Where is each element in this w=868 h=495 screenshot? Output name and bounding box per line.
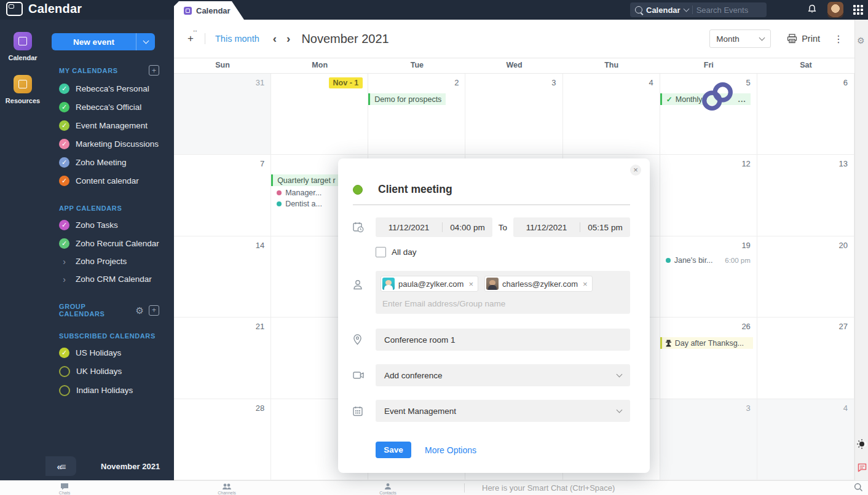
date-number[interactable]: 3 bbox=[746, 403, 751, 413]
attendees-input-box[interactable]: paula@zylker.com × charless@zylker.com ×… bbox=[376, 271, 630, 314]
calendar-cell[interactable]: 26Day after Thanksg... bbox=[660, 318, 757, 399]
end-time-field[interactable]: 05:15 pm bbox=[580, 223, 630, 232]
sidebar-item-indian-holidays[interactable]: Indian Holidays bbox=[52, 381, 174, 400]
settings-gear-icon[interactable]: ⚙ bbox=[857, 36, 865, 45]
smart-chat-input[interactable]: Here is your Smart Chat (Ctrl+Space) bbox=[482, 483, 615, 493]
date-number[interactable]: 2 bbox=[454, 78, 459, 87]
date-number[interactable]: 3 bbox=[551, 78, 556, 87]
holiday-event-block[interactable]: Day after Thanksg... bbox=[660, 337, 753, 349]
date-number[interactable]: 31 bbox=[256, 78, 264, 87]
date-number[interactable]: 4 bbox=[649, 78, 653, 87]
date-number[interactable]: 28 bbox=[256, 403, 264, 413]
calendar-cell[interactable]: 14 bbox=[174, 236, 271, 318]
date-number[interactable]: 7 bbox=[260, 159, 264, 168]
calendar-cell[interactable]: 31 bbox=[174, 74, 271, 155]
more-events-indicator[interactable]: ... bbox=[738, 95, 746, 104]
calendar-checkbox[interactable]: ✓ bbox=[59, 139, 69, 149]
sidebar-item-zoho-tasks[interactable]: ✓Zoho Tasks bbox=[52, 216, 174, 234]
sidebar-item-zoho-meeting[interactable]: ✓Zoho Meeting bbox=[52, 153, 174, 171]
sidebar-item-rebecca-s-personal[interactable]: ✓Rebecca's Personal bbox=[52, 79, 174, 98]
date-number[interactable]: 13 bbox=[839, 159, 848, 168]
sidebar-item-rebecca-s-official[interactable]: ✓Rebecca's Official bbox=[52, 98, 174, 116]
calendar-cell[interactable]: 4 bbox=[563, 74, 660, 155]
add-calendar-icon[interactable]: + bbox=[149, 65, 159, 76]
more-options-link[interactable]: More Options bbox=[425, 445, 476, 455]
close-icon[interactable]: × bbox=[630, 165, 641, 176]
theme-toggle-icon[interactable] bbox=[857, 439, 867, 451]
event-block[interactable]: Demo for prospects bbox=[368, 93, 446, 105]
more-actions-kebab[interactable]: ⋮ bbox=[834, 33, 843, 45]
event-title[interactable]: Client meeting bbox=[378, 183, 452, 196]
calendar-checkbox[interactable]: ✓ bbox=[59, 238, 69, 249]
contacts-button[interactable]: Contacts bbox=[381, 483, 395, 495]
date-number[interactable]: 27 bbox=[839, 322, 848, 331]
sidebar-item-marketing-discussions[interactable]: ✓Marketing Discussions bbox=[52, 134, 174, 153]
event-block[interactable]: Quarterly target r bbox=[271, 174, 339, 186]
date-number[interactable]: 12 bbox=[741, 159, 750, 168]
rail-item-calendar[interactable]: Calendar bbox=[8, 32, 37, 61]
search-scope-select[interactable]: Calendar bbox=[646, 6, 681, 15]
sidebar-item-event-management[interactable]: ✓Event Management bbox=[52, 116, 174, 134]
calendar-checkbox[interactable]: ✓ bbox=[59, 157, 69, 168]
group-settings-gear-icon[interactable]: ⚙ bbox=[136, 306, 144, 315]
apps-grid-icon[interactable] bbox=[853, 5, 863, 15]
calendar-checkbox[interactable]: ✓ bbox=[59, 348, 69, 358]
sidebar-item-zoho-recruit-calendar[interactable]: ✓Zoho Recruit Calendar bbox=[52, 234, 174, 252]
date-number[interactable]: 20 bbox=[839, 241, 848, 250]
channels-button[interactable]: Channels bbox=[219, 483, 234, 495]
user-avatar[interactable] bbox=[827, 2, 843, 18]
sidebar-item-content-calendar[interactable]: ✓Content calendar bbox=[52, 171, 174, 190]
rail-item-resources[interactable]: Resources bbox=[6, 75, 40, 104]
customize-view-icon[interactable]: +˙˙ bbox=[187, 33, 199, 45]
calendar-checkbox[interactable]: ✓ bbox=[59, 120, 69, 131]
new-event-button[interactable]: New event bbox=[52, 33, 155, 50]
event-block[interactable]: ✓Monthly... bbox=[660, 93, 751, 105]
calendar-color-dot[interactable] bbox=[353, 185, 363, 195]
chats-button[interactable]: Chats bbox=[57, 483, 72, 495]
calendar-cell[interactable]: 3 bbox=[660, 399, 757, 480]
remove-attendee-icon[interactable]: × bbox=[468, 279, 473, 289]
print-button[interactable]: Print bbox=[787, 34, 820, 44]
this-month-link[interactable]: This month bbox=[215, 34, 259, 44]
save-button[interactable]: Save bbox=[376, 442, 411, 458]
calendar-checkbox[interactable] bbox=[59, 385, 70, 396]
calendar-cell[interactable]: Nov - 1 bbox=[271, 74, 368, 155]
sidebar-item-zoho-projects[interactable]: ›Zoho Projects bbox=[52, 252, 174, 270]
search-input[interactable]: Search Events bbox=[696, 6, 749, 15]
calendar-cell[interactable]: 27 bbox=[757, 318, 854, 399]
date-number[interactable]: 19 bbox=[741, 241, 750, 250]
notifications-bell-icon[interactable] bbox=[807, 4, 817, 14]
add-calendar-icon[interactable]: + bbox=[149, 305, 159, 316]
calendar-cell[interactable]: 13 bbox=[757, 155, 854, 236]
calendar-cell[interactable]: 4 bbox=[757, 399, 854, 480]
end-date-field[interactable]: 11/12/2021 bbox=[513, 223, 580, 232]
calendar-checkbox[interactable]: ✓ bbox=[59, 102, 69, 112]
expand-chevron-icon[interactable]: › bbox=[59, 257, 69, 267]
date-number[interactable]: 14 bbox=[256, 241, 264, 250]
calendar-cell[interactable]: 2Demo for prospects bbox=[368, 74, 465, 155]
location-field[interactable]: Conference room 1 bbox=[376, 329, 630, 351]
calendar-checkbox[interactable] bbox=[59, 366, 70, 377]
date-number[interactable]: 6 bbox=[843, 78, 848, 87]
date-number[interactable]: 21 bbox=[256, 322, 264, 331]
view-select[interactable]: Month bbox=[709, 29, 771, 48]
event-dot-item[interactable]: Jane's bir...6:00 pm bbox=[660, 256, 757, 265]
conference-select[interactable]: Add conference bbox=[376, 364, 630, 386]
date-number[interactable]: 5 bbox=[746, 78, 751, 87]
attendee-input[interactable]: Enter Email address/Group name bbox=[381, 299, 625, 308]
collapse-sidebar-button[interactable]: «≡ bbox=[45, 456, 76, 476]
remove-attendee-icon[interactable]: × bbox=[583, 279, 588, 289]
calendar-checkbox[interactable]: ✓ bbox=[59, 84, 69, 94]
calendar-checkbox[interactable]: ✓ bbox=[59, 176, 69, 186]
calendar-checkbox[interactable]: ✓ bbox=[59, 220, 69, 230]
all-day-checkbox[interactable] bbox=[376, 247, 386, 257]
date-number[interactable]: 26 bbox=[741, 322, 750, 331]
calendar-cell[interactable]: 19Jane's bir...6:00 pm bbox=[660, 236, 757, 318]
sidebar-item-us-holidays[interactable]: ✓US Holidays bbox=[52, 343, 174, 362]
date-number[interactable]: 4 bbox=[843, 403, 848, 413]
search-bar[interactable]: Calendar Search Events bbox=[630, 2, 767, 17]
prev-month-button[interactable]: ‹ bbox=[268, 32, 282, 45]
calendar-cell[interactable]: 7 bbox=[174, 155, 271, 236]
calendar-cell[interactable]: 21 bbox=[174, 318, 271, 399]
bottom-search-icon[interactable] bbox=[854, 483, 863, 494]
